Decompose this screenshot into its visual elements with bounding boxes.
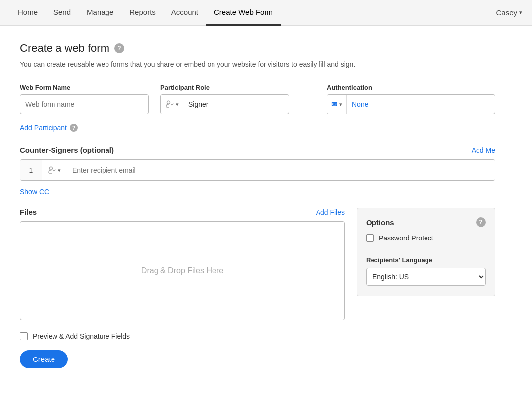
web-form-name-label: Web Form Name — [20, 84, 149, 91]
nav-send[interactable]: Send — [46, 0, 79, 26]
navigation: Home Send Manage Reports Account Create … — [0, 0, 532, 26]
files-options-row: Files Add Files Drag & Drop Files Here O… — [20, 208, 495, 320]
participant-role-wrapper: ▾ Signer — [160, 94, 289, 114]
counter-signer-email-input[interactable] — [66, 160, 495, 180]
drop-zone-text: Drag & Drop Files Here — [141, 266, 223, 275]
options-title: Options — [366, 218, 394, 227]
nav-home[interactable]: Home — [10, 0, 46, 26]
add-files-link[interactable]: Add Files — [316, 208, 345, 216]
counter-signer-icon — [47, 166, 56, 175]
page-title-help-icon[interactable]: ? — [114, 43, 124, 53]
authentication-group: Authentication ✉ ▾ None — [327, 84, 495, 114]
page-title-row: Create a web form ? — [20, 42, 495, 55]
user-menu-chevron-icon: ▾ — [519, 9, 522, 16]
files-header: Files Add Files — [20, 208, 345, 216]
email-icon: ✉ — [331, 100, 337, 108]
participant-role-icon-btn[interactable]: ▾ — [161, 95, 183, 114]
options-divider — [366, 249, 486, 249]
preview-checkbox[interactable] — [20, 332, 28, 340]
bottom-section: Preview & Add Signature Fields Create — [20, 332, 495, 368]
counter-signers-title: Counter-Signers (optional) — [20, 146, 114, 154]
signer-icon — [165, 100, 174, 109]
preview-label: Preview & Add Signature Fields — [33, 332, 130, 340]
page-title: Create a web form — [20, 42, 109, 55]
files-section: Files Add Files Drag & Drop Files Here — [20, 208, 345, 320]
counter-signers-header: Counter-Signers (optional) Add Me — [20, 146, 495, 154]
add-participant-link[interactable]: Add Participant — [20, 124, 67, 132]
authentication-wrapper: ✉ ▾ None — [327, 94, 495, 114]
password-protect-checkbox[interactable] — [366, 234, 374, 242]
user-menu[interactable]: Casey ▾ — [496, 8, 522, 17]
options-panel: Options ? Password Protect Recipients' L… — [357, 208, 495, 296]
counter-signer-row: 1 ▾ — [20, 159, 495, 181]
password-protect-row: Password Protect — [366, 234, 486, 242]
authentication-value[interactable]: None — [347, 100, 495, 108]
recipients-language-label: Recipients' Language — [366, 256, 486, 264]
page-subtitle: You can create reusable web forms that y… — [20, 60, 495, 70]
counter-signer-role-btn[interactable]: ▾ — [42, 160, 66, 180]
web-form-name-input[interactable] — [20, 94, 149, 114]
participant-role-value: Signer — [183, 100, 289, 108]
authentication-icon-btn[interactable]: ✉ ▾ — [327, 95, 347, 114]
files-title: Files — [20, 208, 37, 216]
user-name: Casey — [496, 8, 517, 17]
password-protect-label: Password Protect — [379, 234, 433, 242]
add-participant-help-icon[interactable]: ? — [70, 124, 78, 132]
create-button[interactable]: Create — [20, 350, 68, 368]
file-drop-zone[interactable]: Drag & Drop Files Here — [20, 221, 345, 320]
auth-dropdown-chevron-icon: ▾ — [339, 101, 342, 108]
svg-point-0 — [167, 101, 170, 104]
nav-create-web-form[interactable]: Create Web Form — [206, 0, 281, 26]
authentication-label: Authentication — [327, 84, 495, 91]
nav-reports[interactable]: Reports — [121, 0, 163, 26]
participant-role-label: Participant Role — [160, 84, 315, 91]
options-header: Options ? — [366, 217, 486, 227]
options-help-icon[interactable]: ? — [476, 217, 486, 227]
role-dropdown-chevron-icon: ▾ — [176, 101, 179, 108]
svg-point-1 — [50, 167, 53, 170]
show-cc-link[interactable]: Show CC — [20, 188, 495, 196]
form-top-row: Web Form Name Participant Role ▾ Signer — [20, 84, 495, 114]
web-form-name-group: Web Form Name — [20, 84, 149, 114]
counter-signer-number: 1 — [20, 160, 42, 180]
nav-manage[interactable]: Manage — [79, 0, 121, 26]
main-content: Create a web form ? You can create reusa… — [0, 26, 515, 384]
add-me-link[interactable]: Add Me — [472, 146, 495, 154]
participant-role-group: Participant Role ▾ Signer — [160, 84, 315, 114]
nav-account[interactable]: Account — [163, 0, 206, 26]
counter-signer-role-chevron-icon: ▾ — [58, 167, 61, 174]
add-participant-row: Add Participant ? — [20, 124, 495, 132]
preview-row: Preview & Add Signature Fields — [20, 332, 495, 340]
language-select[interactable]: English: US English: UK Spanish French G… — [366, 268, 486, 286]
